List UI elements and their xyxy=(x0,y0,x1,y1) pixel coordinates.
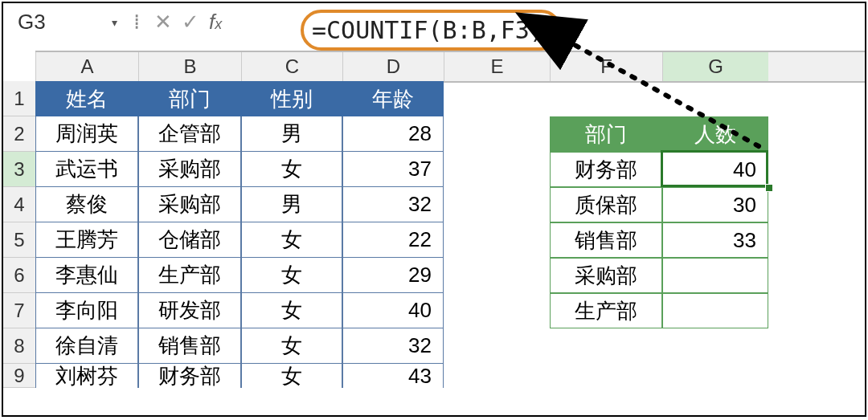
cell-D1[interactable]: 年龄 xyxy=(342,81,444,116)
name-box-dropdown-icon[interactable]: ▾ xyxy=(112,16,117,29)
cell-G4[interactable]: 30 xyxy=(662,187,768,222)
cell-D3[interactable]: 37 xyxy=(342,152,444,187)
cell-C6[interactable]: 女 xyxy=(241,258,342,293)
cell-B4[interactable]: 采购部 xyxy=(138,187,241,222)
cancel-icon[interactable]: ✕ xyxy=(154,10,172,35)
cell-B8[interactable]: 销售部 xyxy=(138,328,241,364)
cell-D6[interactable]: 29 xyxy=(342,258,444,293)
col-header-B[interactable]: B xyxy=(138,52,241,81)
cell-B5[interactable]: 仓储部 xyxy=(138,222,241,258)
cell-D7[interactable]: 40 xyxy=(342,293,444,328)
cell-F5[interactable]: 销售部 xyxy=(550,222,662,258)
cell-D9[interactable]: 43 xyxy=(342,364,444,388)
cell-G2[interactable]: 人数 xyxy=(662,116,768,152)
cell-D5[interactable]: 22 xyxy=(342,222,444,258)
formula-bar: G3 ▾ ⁞ ✕ ✓ fx =COUNTIF(B:B,F3) xyxy=(3,3,865,44)
name-box[interactable]: G3 ▾ xyxy=(11,8,124,36)
cell-B1[interactable]: 部门 xyxy=(138,81,241,116)
row-header-6[interactable]: 6 xyxy=(3,258,35,293)
formula-input[interactable]: =COUNTIF(B:B,F3) xyxy=(301,10,562,51)
column-headers: A B C D E F G xyxy=(35,51,865,83)
formula-text: =COUNTIF(B:B,F3) xyxy=(312,16,544,44)
row-header-7[interactable]: 7 xyxy=(3,293,35,328)
col-header-D[interactable]: D xyxy=(342,52,444,81)
cell-B2[interactable]: 企管部 xyxy=(138,116,241,152)
name-box-value: G3 xyxy=(18,10,46,35)
row-headers: 1 2 3 4 5 6 7 8 9 xyxy=(3,81,35,388)
cell-D8[interactable]: 32 xyxy=(342,328,444,364)
row-header-8[interactable]: 8 xyxy=(3,328,35,364)
cell-A8[interactable]: 徐自清 xyxy=(35,328,138,364)
col-header-G[interactable]: G xyxy=(662,52,768,81)
cell-G6[interactable] xyxy=(662,258,768,293)
cell-G5[interactable]: 33 xyxy=(662,222,768,258)
cell-B3[interactable]: 采购部 xyxy=(138,152,241,187)
cell-D4[interactable]: 32 xyxy=(342,187,444,222)
cell-B9[interactable]: 财务部 xyxy=(138,364,241,388)
cell-F6[interactable]: 采购部 xyxy=(550,258,662,293)
fx-icon[interactable]: fx xyxy=(209,10,222,35)
enter-icon[interactable]: ✓ xyxy=(182,10,199,35)
cell-C4[interactable]: 男 xyxy=(241,187,342,222)
cell-A9[interactable]: 刘树芬 xyxy=(35,364,138,388)
cell-F2[interactable]: 部门 xyxy=(550,116,662,152)
cell-B6[interactable]: 生产部 xyxy=(138,258,241,293)
cell-C8[interactable]: 女 xyxy=(241,328,342,364)
cell-A2[interactable]: 周润英 xyxy=(35,116,138,152)
row-header-1[interactable]: 1 xyxy=(3,81,35,116)
cell-G7[interactable] xyxy=(662,293,768,328)
col-header-F[interactable]: F xyxy=(550,52,662,81)
separator: ⁞ xyxy=(133,10,140,35)
row-header-9[interactable]: 9 xyxy=(3,364,35,388)
row-header-3[interactable]: 3 xyxy=(3,152,35,187)
cell-F4[interactable]: 质保部 xyxy=(550,187,662,222)
row-header-2[interactable]: 2 xyxy=(3,116,35,152)
col-header-A[interactable]: A xyxy=(35,52,138,81)
cell-G3[interactable]: 40 xyxy=(662,152,768,187)
cell-D2[interactable]: 28 xyxy=(342,116,444,152)
row-header-5[interactable]: 5 xyxy=(3,222,35,258)
cell-C9[interactable]: 女 xyxy=(241,364,342,388)
spreadsheet-grid: A B C D E F G 1 2 3 4 5 6 7 8 9 姓名 部门 性别… xyxy=(3,51,865,83)
col-header-C[interactable]: C xyxy=(241,52,342,81)
cell-C2[interactable]: 男 xyxy=(241,116,342,152)
row-header-4[interactable]: 4 xyxy=(3,187,35,222)
cell-A3[interactable]: 武运书 xyxy=(35,152,138,187)
cell-C1[interactable]: 性别 xyxy=(241,81,342,116)
cell-A6[interactable]: 李惠仙 xyxy=(35,258,138,293)
cell-C3[interactable]: 女 xyxy=(241,152,342,187)
cell-A1[interactable]: 姓名 xyxy=(35,81,138,116)
cell-F7[interactable]: 生产部 xyxy=(550,293,662,328)
cell-F3[interactable]: 财务部 xyxy=(550,152,662,187)
cell-C5[interactable]: 女 xyxy=(241,222,342,258)
cell-A5[interactable]: 王腾芳 xyxy=(35,222,138,258)
fill-handle[interactable] xyxy=(765,184,773,192)
cell-A7[interactable]: 李向阳 xyxy=(35,293,138,328)
col-header-E[interactable]: E xyxy=(444,52,550,81)
cell-A4[interactable]: 蔡俊 xyxy=(35,187,138,222)
cell-B7[interactable]: 研发部 xyxy=(138,293,241,328)
cell-C7[interactable]: 女 xyxy=(241,293,342,328)
